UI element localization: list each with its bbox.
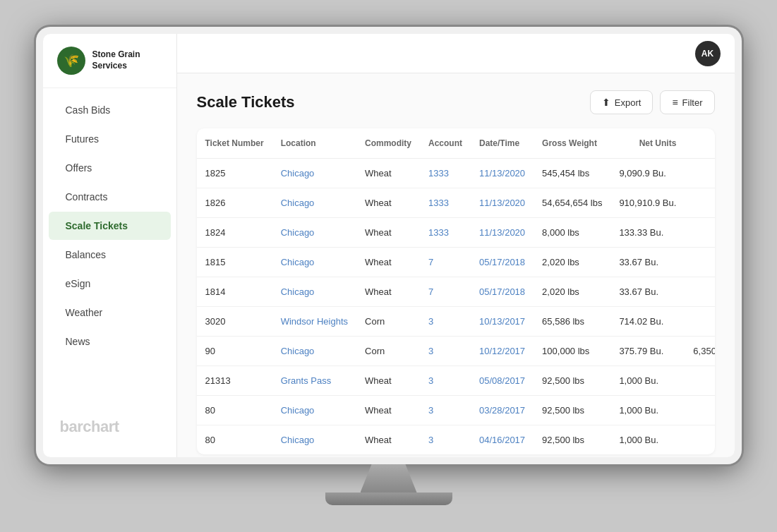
sidebar-item-cash-bids[interactable]: Cash Bids <box>49 96 171 124</box>
cell-net-units: 1,000 Bu. <box>610 425 685 455</box>
cell-gross-weight: 2,020 lbs <box>534 248 610 277</box>
cell-account: 3 <box>420 337 471 366</box>
cell-location: Chicago <box>272 248 356 277</box>
cell-location: Chicago <box>272 277 356 307</box>
user-avatar[interactable]: AK <box>695 41 721 66</box>
sidebar-item-esign[interactable]: eSign <box>49 270 171 298</box>
cell-location: Grants Pass <box>272 366 356 396</box>
cell-net-units: 1,000 Bu. <box>610 366 685 396</box>
sidebar-item-balances[interactable]: Balances <box>49 241 171 269</box>
table-row[interactable]: 1814 Chicago Wheat 7 05/17/2018 2,020 lb… <box>197 277 715 307</box>
cell-gross-weight: 65,586 lbs <box>534 307 610 337</box>
cell-datetime: 11/13/2020 <box>471 159 534 188</box>
cell-net-units: 910,910.9 Bu. <box>610 188 685 218</box>
cell-datetime: 11/13/2020 <box>471 188 534 218</box>
main-content: AK Scale Tickets ⬆ Export ≡ Filter <box>177 34 735 457</box>
table-row[interactable]: 80 Chicago Wheat 3 03/28/2017 92,500 lbs… <box>197 396 715 425</box>
cell-datetime: 10/13/2017 <box>471 307 534 337</box>
table-row[interactable]: 1815 Chicago Wheat 7 05/17/2018 2,020 lb… <box>197 248 715 277</box>
table-row[interactable]: 1824 Chicago Wheat 1333 11/13/2020 8,000… <box>197 218 715 248</box>
cell-ticket: 80 <box>197 396 272 425</box>
cell-commodity: Wheat <box>356 248 420 277</box>
cell-account: 1333 <box>420 218 471 248</box>
cell-ticket: 80 <box>197 425 272 455</box>
cell-account: 1333 <box>420 188 471 218</box>
table-row[interactable]: 80 Chicago Wheat 3 04/16/2017 92,500 lbs… <box>197 425 715 455</box>
cell-net-units: 9,090.9 Bu. <box>610 159 685 188</box>
table-row[interactable]: 21313 Grants Pass Wheat 3 05/08/2017 92,… <box>197 366 715 396</box>
cell-location: Windsor Heights <box>272 307 356 337</box>
cell-gross-weight: 92,500 lbs <box>534 425 610 455</box>
scale-tickets-table-container: Ticket Number Location Commodity Account… <box>197 128 715 454</box>
cell-net-units: 1,000 Bu. <box>610 396 685 425</box>
col-account: Account <box>420 128 471 159</box>
cell-datetime: 05/17/2018 <box>471 277 534 307</box>
cell-commodity: Wheat <box>356 218 420 248</box>
cell-datetime: 10/12/2017 <box>471 337 534 366</box>
col-ticket-number: Ticket Number <box>197 128 272 159</box>
filter-button[interactable]: ≡ Filter <box>660 90 714 114</box>
cell-account: 7 <box>420 277 471 307</box>
cell-tare-weight: 0 <box>685 159 714 188</box>
cell-net-units: 714.02 Bu. <box>610 307 685 337</box>
cell-gross-weight: 545,454 lbs <box>534 159 610 188</box>
scale-tickets-table: Ticket Number Location Commodity Account… <box>197 128 715 454</box>
cell-account: 1333 <box>420 159 471 188</box>
logo-icon: 🌾 <box>57 47 85 75</box>
sidebar-item-contracts[interactable]: Contracts <box>49 183 171 211</box>
cell-location: Chicago <box>272 396 356 425</box>
col-net-units: Net Units <box>610 128 685 159</box>
cell-datetime: 05/17/2018 <box>471 248 534 277</box>
cell-gross-weight: 54,654,654 lbs <box>534 188 610 218</box>
col-commodity: Commodity <box>356 128 420 159</box>
logo-text: Stone Grain Services <box>92 49 140 71</box>
sidebar-item-scale-tickets[interactable]: Scale Tickets <box>49 212 171 240</box>
filter-icon: ≡ <box>672 97 677 108</box>
cell-net-units: 33.67 Bu. <box>610 277 685 307</box>
cell-tare-weight: 0 <box>685 277 714 307</box>
barchart-brand: barchart <box>60 418 159 436</box>
cell-ticket: 1825 <box>197 159 272 188</box>
cell-net-units: 375.79 Bu. <box>610 337 685 366</box>
cell-location: Chicago <box>272 425 356 455</box>
cell-commodity: Corn <box>356 337 420 366</box>
monitor-stand <box>361 464 417 492</box>
cell-account: 3 <box>420 425 471 455</box>
cell-commodity: Wheat <box>356 425 420 455</box>
sidebar-item-offers[interactable]: Offers <box>49 154 171 182</box>
cell-commodity: Wheat <box>356 396 420 425</box>
cell-ticket: 21313 <box>197 366 272 396</box>
col-datetime: Date/Time <box>471 128 534 159</box>
sidebar-item-futures[interactable]: Futures <box>49 125 171 153</box>
table-row[interactable]: 1826 Chicago Wheat 1333 11/13/2020 54,65… <box>197 188 715 218</box>
cell-location: Chicago <box>272 218 356 248</box>
cell-gross-weight: 92,500 lbs <box>534 366 610 396</box>
col-location: Location <box>272 128 356 159</box>
sidebar-item-news[interactable]: News <box>49 327 171 356</box>
cell-tare-weight: 32,500 lbs <box>685 366 714 396</box>
cell-net-units: 133.33 Bu. <box>610 218 685 248</box>
table-row[interactable]: 90 Chicago Corn 3 10/12/2017 100,000 lbs… <box>197 337 715 366</box>
sidebar-logo: 🌾 Stone Grain Services <box>43 34 176 88</box>
cell-tare-weight: 0 <box>685 218 714 248</box>
table-header: Ticket Number Location Commodity Account… <box>197 128 715 159</box>
cell-tare-weight: 0 <box>685 188 714 218</box>
cell-commodity: Wheat <box>356 366 420 396</box>
cell-tare-weight: 6,350,500,000 lbs <box>685 337 714 366</box>
cell-net-units: 33.67 Bu. <box>610 248 685 277</box>
cell-location: Chicago <box>272 337 356 366</box>
table-body: 1825 Chicago Wheat 1333 11/13/2020 545,4… <box>197 159 715 455</box>
topbar: AK <box>177 34 735 73</box>
sidebar-nav: Cash Bids Futures Offers Contracts Scale… <box>43 95 176 356</box>
cell-location: Chicago <box>272 188 356 218</box>
table-row[interactable]: 1825 Chicago Wheat 1333 11/13/2020 545,4… <box>197 159 715 188</box>
export-icon: ⬆ <box>602 97 610 108</box>
sidebar-item-weather[interactable]: Weather <box>49 298 171 327</box>
cell-commodity: Corn <box>356 307 420 337</box>
cell-ticket: 1815 <box>197 248 272 277</box>
cell-ticket: 1826 <box>197 188 272 218</box>
table-row[interactable]: 3020 Windsor Heights Corn 3 10/13/2017 6… <box>197 307 715 337</box>
cell-ticket: 90 <box>197 337 272 366</box>
export-button[interactable]: ⬆ Export <box>590 90 653 114</box>
monitor-inner: 🌾 Stone Grain Services Cash Bids Futures… <box>43 34 735 457</box>
